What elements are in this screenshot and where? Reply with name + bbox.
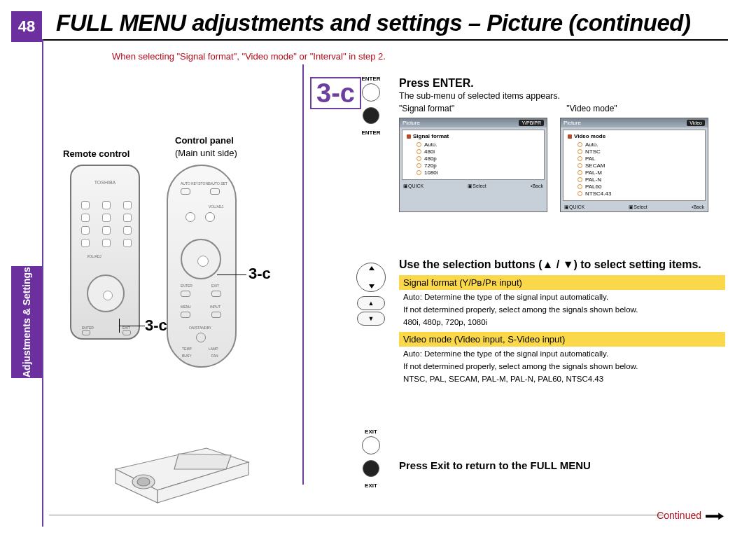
fan-label: FAN: [211, 354, 218, 358]
sec1-heading: Press ENTER.: [399, 77, 725, 90]
menu-option: 480p: [416, 155, 540, 162]
menu-option: 720p: [416, 162, 540, 169]
brand-label: TOSHIBA: [71, 180, 139, 185]
signal-format-band: Signal format (Y/Pʙ/Pʀ input): [399, 275, 725, 290]
menu-option: NTSC4.43: [578, 190, 701, 197]
caption-signal-format: "Signal format": [399, 104, 454, 113]
menu-option: PAL: [578, 155, 701, 162]
voladj-label: VOL/ADJ: [87, 254, 102, 258]
menu-title: Video mode: [568, 133, 701, 139]
panel-standby-label: ON/STANDBY: [189, 326, 211, 330]
temp-label: TEMP: [182, 347, 192, 351]
busy-label: BUSY: [182, 354, 192, 358]
panel-dpad: [181, 239, 221, 279]
selection-buttons-illustration: ▲ ▼: [350, 258, 392, 327]
video-mode-menu: PictureVideo Video mode Auto. NTSC PAL S…: [560, 118, 708, 212]
section-tab: Adjustments & Settings: [11, 266, 42, 378]
menu-option: 1080i: [416, 169, 540, 176]
menu-option: NTSC: [578, 148, 701, 155]
menu-title: Signal format: [407, 133, 540, 139]
menu-header: Picture: [402, 120, 420, 126]
intro-note: When selecting "Signal format", "Video m…: [112, 51, 714, 62]
autoset-label: AUTO SET: [210, 181, 227, 186]
menu-option: PAL-N: [578, 176, 701, 183]
page-title: FULL MENU adjustments and settings – Pic…: [56, 10, 690, 36]
remote-dpad: [87, 275, 125, 312]
menu-tag: Video: [687, 120, 705, 126]
panel-menu-label: MENU: [181, 305, 191, 309]
control-panel-illustration: AUTO KEYSTONE AUTO SET VOL/ADJ. ENTER EX…: [167, 165, 237, 368]
menu-header: Picture: [564, 120, 581, 126]
menu-option: 480i: [416, 148, 540, 155]
enter-buttons-illustration: ENTER ENTER: [350, 76, 392, 136]
exit-top-label: EXIT: [350, 429, 392, 435]
remote-enter-label: ENTER: [82, 326, 94, 330]
lamp-label: LAMP: [209, 347, 218, 351]
video-mode-band: Video mode (Video input, S-Video input): [399, 332, 725, 347]
enter-bottom-label: ENTER: [350, 130, 392, 136]
menu-option: PAL-M: [578, 169, 701, 176]
panel-exit-label: EXIT: [211, 284, 219, 288]
callout-line: [217, 275, 246, 275]
video-mode-auto: Auto: Determine the type of the signal i…: [403, 349, 725, 359]
section-exit: Press Exit to return to the FULL MENU: [399, 459, 725, 473]
panel-input-label: INPUT: [210, 305, 220, 309]
menu-tag: Y/PB/PR: [519, 120, 544, 126]
remote-illustration: TOSHIBA VOL/ADJ ENTER EXIT: [70, 165, 140, 340]
callout-remote-3c: 3-c: [145, 317, 167, 335]
section-press-enter: Press ENTER. The sub-menu of selected it…: [399, 77, 725, 212]
control-panel-label: Control panel: [175, 135, 234, 146]
exit-buttons-illustration: EXIT EXIT: [350, 429, 392, 489]
menu-option: Auto.: [578, 141, 701, 148]
continued-label: Continued: [657, 510, 724, 521]
exit-bottom-label: EXIT: [350, 482, 392, 489]
caption-video-mode: "Video mode": [566, 104, 617, 113]
sec3-heading: Press Exit to return to the FULL MENU: [399, 459, 725, 471]
section-selection: Use the selection buttons (▲ / ▼) to sel…: [399, 258, 725, 384]
main-unit-side-label: (Main unit side): [175, 148, 237, 158]
signal-format-note: If not determined properly, select among…: [403, 305, 725, 315]
video-mode-note: If not determined properly, select among…: [403, 361, 725, 372]
signal-format-auto: Auto: Determine the type of the signal i…: [403, 292, 725, 303]
arrow-icon: [706, 513, 724, 520]
panel-enter-label: ENTER: [181, 284, 192, 288]
footer-rule: [49, 515, 665, 515]
autokeystone-label: AUTO KEYSTONE: [181, 181, 210, 186]
sec2-heading: Use the selection buttons (▲ / ▼) to sel…: [399, 258, 725, 271]
callout-line: [119, 326, 145, 326]
signal-format-list: 480i, 480p, 720p, 1080i: [403, 317, 725, 328]
sec1-desc: The sub-menu of selected items appears.: [399, 91, 725, 101]
side-rule: [42, 39, 43, 527]
remote-label: Remote control: [63, 148, 130, 159]
column-divider: [302, 64, 304, 485]
signal-format-menu: PictureY/PB/PR Signal format Auto. 480i …: [399, 118, 547, 212]
menu-option: PAL60: [578, 183, 701, 190]
page-number: 48: [11, 11, 42, 42]
video-mode-list: NTSC, PAL, SECAM, PAL-M, PAL-N, PAL60, N…: [403, 374, 725, 384]
menu-option: SECAM: [578, 162, 701, 169]
enter-top-label: ENTER: [350, 76, 392, 82]
svg-point-1: [137, 478, 150, 486]
projector-illustration: [102, 420, 255, 504]
panel-voladj-label: VOL/ADJ.: [209, 204, 224, 209]
callout-tick: [119, 319, 120, 333]
title-rule: [42, 39, 728, 41]
menu-option: Auto.: [416, 141, 540, 148]
callout-panel-3c: 3-c: [248, 265, 271, 283]
